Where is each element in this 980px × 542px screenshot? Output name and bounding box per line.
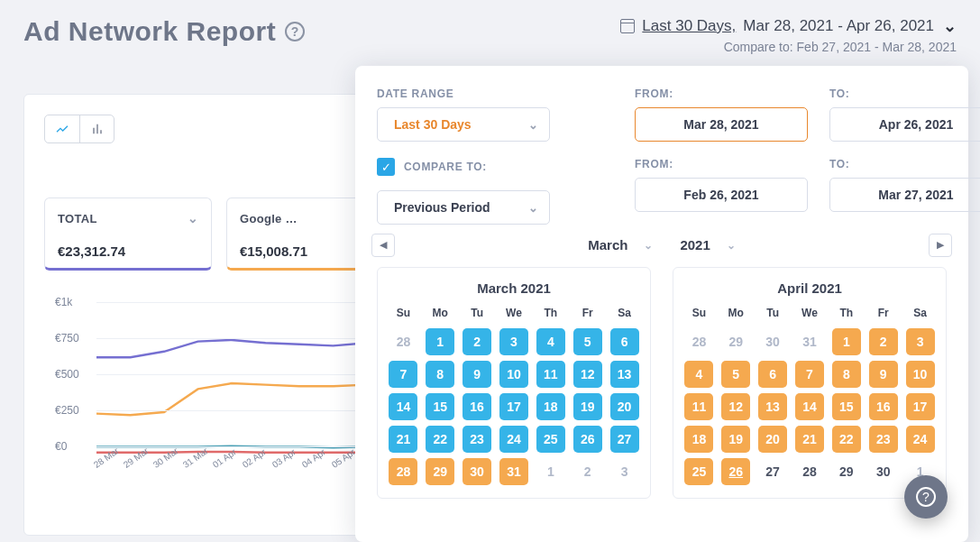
calendar-day[interactable]: 4 — [536, 328, 565, 355]
calendar-day[interactable]: 5 — [721, 361, 750, 388]
calendar-day[interactable]: 17 — [906, 393, 935, 420]
calendar-day[interactable]: 19 — [721, 426, 750, 453]
calendar-day[interactable]: 17 — [499, 393, 528, 420]
help-fab-button[interactable]: ? — [904, 475, 948, 519]
label-from: FROM: — [635, 87, 808, 100]
from-date-input[interactable]: Mar 28, 2021 — [635, 107, 808, 142]
calendar-day[interactable]: 14 — [795, 393, 824, 420]
calendar-day[interactable]: 30 — [869, 458, 898, 485]
revenue-chart: 28 Mar29 Mar30 Mar31 Mar01 Apr02 Apr03 A… — [55, 302, 362, 501]
label-compare: COMPARE TO: — [404, 161, 487, 173]
chart-gridline — [96, 446, 362, 447]
calendar-day[interactable]: 28 — [389, 328, 417, 355]
calendar-day[interactable]: 18 — [684, 426, 713, 453]
calendar-day[interactable]: 2 — [463, 328, 491, 355]
calendar-day[interactable]: 10 — [499, 361, 528, 388]
calendar-day[interactable]: 13 — [610, 361, 639, 388]
calendar-day[interactable]: 25 — [684, 458, 713, 485]
calendar-day[interactable]: 9 — [869, 361, 898, 388]
calendar-day[interactable]: 15 — [832, 393, 861, 420]
compare-checkbox[interactable]: ✓ — [377, 158, 395, 176]
compare-preset-select[interactable]: Previous Period ⌄ — [377, 190, 550, 225]
calendar-day[interactable]: 21 — [389, 426, 417, 453]
calendar-day[interactable]: 26 — [721, 458, 750, 485]
date-range-trigger[interactable]: Last 30 Days, Mar 28, 2021 - Apr 26, 202… — [620, 16, 957, 54]
metric-value: €23,312.74 — [58, 243, 198, 259]
calendar-day[interactable]: 12 — [573, 361, 602, 388]
calendar-day[interactable]: 31 — [499, 458, 528, 485]
year-select[interactable]: 2021 ⌄ — [680, 237, 735, 253]
help-icon[interactable]: ? — [285, 22, 305, 41]
calendar-day[interactable]: 23 — [869, 426, 898, 453]
calendar-day[interactable]: 2 — [869, 328, 898, 355]
compare-from-input[interactable]: Feb 26, 2021 — [635, 178, 808, 212]
chart-gridline — [96, 374, 362, 375]
calendar-day[interactable]: 20 — [758, 426, 787, 453]
calendar-day[interactable]: 28 — [795, 458, 824, 485]
calendar-day[interactable]: 1 — [536, 458, 565, 485]
calendar-day[interactable]: 27 — [758, 458, 787, 485]
chevron-down-icon: ⌄ — [528, 118, 538, 132]
calendar-day[interactable]: 5 — [573, 328, 602, 355]
calendar-day[interactable]: 13 — [758, 393, 787, 420]
bar-chart-icon[interactable] — [79, 115, 114, 142]
calendar-day[interactable]: 14 — [389, 393, 417, 420]
calendar-day[interactable]: 7 — [795, 361, 824, 388]
calendar-day[interactable]: 19 — [573, 393, 602, 420]
calendar-dow-header: We — [499, 307, 529, 319]
calendar-day[interactable]: 24 — [499, 426, 528, 453]
calendar-day[interactable]: 16 — [869, 393, 898, 420]
calendar-day[interactable]: 1 — [426, 328, 454, 355]
to-date-input[interactable]: Apr 26, 2021 — [829, 107, 980, 142]
calendar-day[interactable]: 6 — [758, 361, 787, 388]
calendar-day[interactable]: 1 — [832, 328, 861, 355]
calendar-dow-header: Fr — [868, 307, 899, 319]
calendar-day[interactable]: 26 — [573, 426, 602, 453]
calendar-day[interactable]: 9 — [463, 361, 491, 388]
calendar-day[interactable]: 8 — [426, 361, 454, 388]
calendar-day[interactable]: 7 — [389, 361, 417, 388]
calendar-day[interactable]: 3 — [610, 458, 639, 485]
next-month-button[interactable]: ▶ — [929, 234, 952, 257]
calendar-day[interactable]: 25 — [536, 426, 565, 453]
calendar-day[interactable]: 27 — [610, 426, 639, 453]
calendar-day[interactable]: 28 — [389, 458, 417, 485]
calendar-day[interactable]: 11 — [684, 393, 713, 420]
calendar-day[interactable]: 28 — [684, 328, 713, 355]
calendar-day[interactable]: 2 — [573, 458, 602, 485]
calendar-day[interactable]: 24 — [906, 426, 935, 453]
calendar-day[interactable]: 22 — [832, 426, 861, 453]
calendar-day[interactable]: 8 — [832, 361, 861, 388]
calendar-dow-header: Mo — [425, 307, 455, 319]
compare-to-input[interactable]: Mar 27, 2021 — [829, 178, 980, 212]
prev-month-button[interactable]: ◀ — [371, 234, 395, 257]
chart-y-tick: €0 — [55, 440, 67, 453]
page-title: Ad Network Report ? — [23, 16, 305, 47]
calendar-day[interactable]: 23 — [463, 426, 491, 453]
calendar-title: April 2021 — [682, 280, 937, 296]
calendar-day[interactable]: 18 — [536, 393, 565, 420]
calendar-dow-header: Tu — [757, 307, 788, 319]
calendar-day[interactable]: 31 — [795, 328, 824, 355]
calendar-day[interactable]: 3 — [906, 328, 935, 355]
calendar-day[interactable]: 11 — [536, 361, 565, 388]
calendar-day[interactable]: 6 — [610, 328, 639, 355]
calendar-day[interactable]: 21 — [795, 426, 824, 453]
calendar-day[interactable]: 15 — [426, 393, 454, 420]
range-preset-select[interactable]: Last 30 Days ⌄ — [377, 107, 550, 142]
month-select[interactable]: March ⌄ — [588, 237, 653, 253]
calendar-day[interactable]: 16 — [463, 393, 491, 420]
calendar-day[interactable]: 4 — [684, 361, 713, 388]
calendar-day[interactable]: 29 — [721, 328, 750, 355]
calendar-day[interactable]: 20 — [610, 393, 639, 420]
calendar-day[interactable]: 30 — [758, 328, 787, 355]
calendar-day[interactable]: 30 — [463, 458, 491, 485]
calendar-day[interactable]: 10 — [906, 361, 935, 388]
calendar-day[interactable]: 12 — [721, 393, 750, 420]
line-chart-icon[interactable] — [45, 115, 79, 142]
metric-card[interactable]: TOTAL⌄€23,312.74 — [44, 198, 212, 271]
calendar-day[interactable]: 3 — [499, 328, 528, 355]
calendar-day[interactable]: 29 — [426, 458, 454, 485]
calendar-day[interactable]: 22 — [426, 426, 454, 453]
calendar-day[interactable]: 29 — [832, 458, 861, 485]
